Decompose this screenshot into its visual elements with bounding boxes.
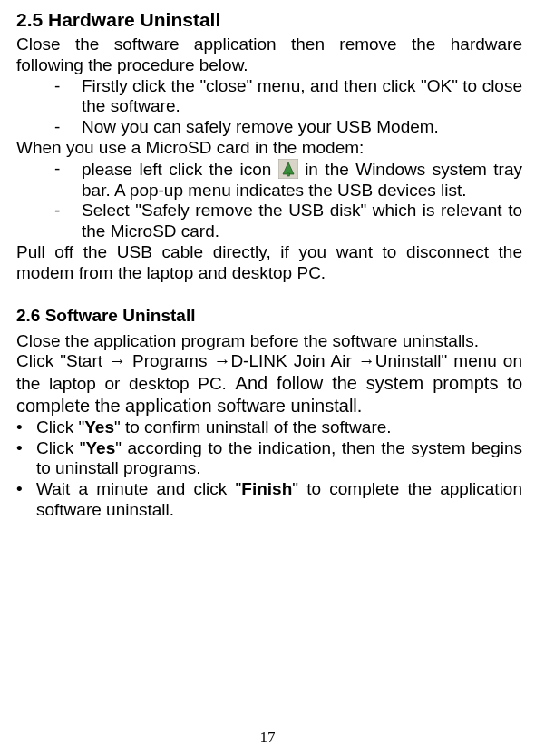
svg-rect-2: [287, 173, 289, 176]
section-2-6-line1: Close the application program before the…: [16, 331, 522, 352]
section-2-5-list-b: please left click the icon in the Window…: [16, 159, 522, 242]
section-2-5-heading: 2.5 Hardware Uninstall: [16, 9, 522, 31]
text-part: " to confirm uninstall of the software.: [114, 417, 392, 437]
list-item: Click "Yes" to confirm uninstall of the …: [16, 417, 522, 438]
list-item: Wait a minute and click "Finish" to comp…: [16, 479, 522, 521]
section-2-6-heading: 2.6 Software Uninstall: [16, 306, 522, 326]
section-2-6-line2: Click "Start → Programs →D-LINK Join Air…: [16, 351, 522, 417]
list-item: Firstly click the "close" menu, and then…: [54, 76, 522, 118]
text-part: Wait a minute and click ": [36, 479, 241, 498]
list-item: Click "Yes" according to the indication,…: [16, 438, 522, 480]
section-2-5-midline: When you use a MicroSD card in the modem…: [16, 138, 522, 159]
section-2-5-outro: Pull off the USB cable directly, if you …: [16, 242, 522, 284]
safely-remove-hardware-tray-icon: [278, 159, 298, 179]
section-2-5-intro: Close the software application then remo…: [16, 34, 522, 76]
text-part: Click ": [36, 438, 85, 457]
list-item: Now you can safely remove your USB Modem…: [54, 117, 522, 138]
bold-text: Yes: [84, 417, 114, 437]
list-item-text-a: please left click the icon: [82, 160, 278, 179]
list-item: Select "Safely remove the USB disk" whic…: [54, 201, 522, 242]
bold-text: Finish: [241, 479, 292, 498]
bold-text: Yes: [85, 438, 115, 457]
list-item: please left click the icon in the Window…: [54, 159, 522, 201]
page-number: 17: [0, 729, 535, 747]
section-2-5-list-a: Firstly click the "close" menu, and then…: [16, 76, 522, 138]
text-part: Click ": [36, 417, 84, 437]
section-2-6-bullets: Click "Yes" to confirm uninstall of the …: [16, 417, 522, 521]
